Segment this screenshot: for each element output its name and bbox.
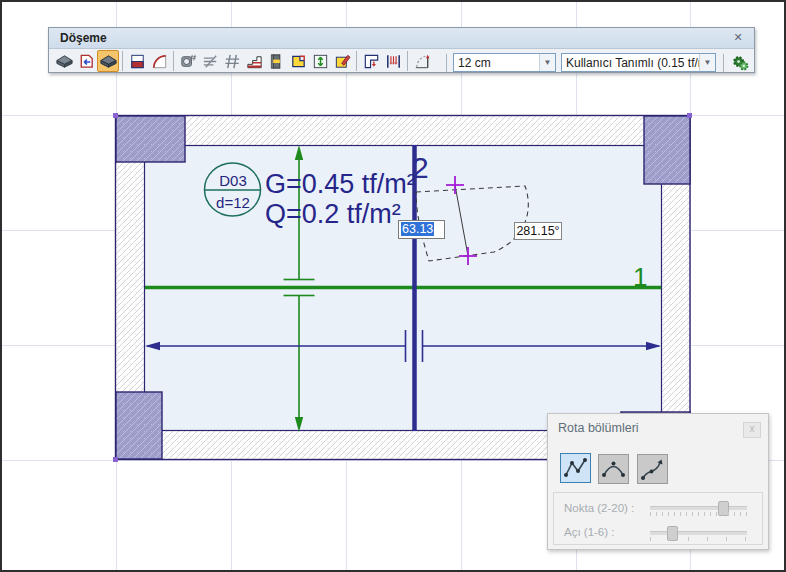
angle-input[interactable]: 63.13	[398, 220, 445, 239]
column-top-left[interactable]	[116, 116, 185, 162]
toolbar-separator	[723, 54, 724, 72]
arc-mode-button[interactable]	[598, 454, 629, 484]
points-slider[interactable]	[650, 506, 747, 510]
slab-corner-load-icon[interactable]	[360, 50, 382, 72]
slab-load-distribution-icon[interactable]	[382, 50, 404, 72]
dead-load-text: G=0.45 tf/m²	[265, 169, 416, 199]
arc-icon	[600, 456, 627, 482]
column-bottom-left[interactable]	[116, 392, 162, 459]
polyline-mode-button[interactable]	[560, 453, 591, 483]
angle-slider-ticks	[650, 537, 747, 541]
slab-steps-icon[interactable]	[243, 50, 265, 72]
slab-polygon-edit-icon[interactable]	[287, 50, 309, 72]
panel-close-button[interactable]: x	[743, 422, 761, 438]
toolbar-titlebar[interactable]: Döşeme ✕	[49, 28, 754, 49]
curve-mode-button[interactable]	[637, 454, 668, 484]
slab-draw-icon[interactable]	[97, 50, 119, 72]
live-load-text: Q=0.2 tf/m²	[265, 199, 401, 229]
slab-drop-panel-icon[interactable]	[265, 50, 287, 72]
panel-title: Rota bölümleri	[558, 421, 639, 435]
slab-opening-icon[interactable]	[177, 50, 199, 72]
slab-hatch-icon[interactable]	[221, 50, 243, 72]
slab-stretch-icon[interactable]	[309, 50, 331, 72]
angle-slider-label: Açı (1-6) :	[564, 526, 614, 538]
slab-toolbar-window: Döşeme ✕	[48, 27, 755, 73]
slab-load-combo-value: Kullanıcı Tanımlı (0.15 tf/m²	[562, 56, 699, 70]
slab-thickness-combo-value: 12 cm	[454, 56, 539, 70]
slab-icon[interactable]	[53, 50, 75, 72]
curve-icon	[639, 456, 666, 482]
route-sections-panel: Rota bölümleri x Nokta (2-20)	[547, 413, 769, 550]
toolbar-title: Döşeme	[60, 31, 107, 45]
angle-slider[interactable]	[650, 531, 747, 535]
slab-id-text: D03	[219, 172, 247, 189]
angle-readout: 281.15°	[514, 222, 562, 240]
chevron-down-icon[interactable]: ▼	[539, 54, 555, 71]
toolbar-separator	[173, 51, 174, 71]
slab-thickness-combo[interactable]: 12 cm ▼	[453, 53, 556, 72]
points-slider-label: Nokta (2-20) :	[564, 502, 634, 514]
toolbar-separator	[122, 51, 123, 71]
slab-arc-edge-icon[interactable]	[148, 50, 170, 72]
toolbar-separator	[356, 51, 357, 71]
slab-section-icon[interactable]	[126, 50, 148, 72]
slab-modify-icon[interactable]	[331, 50, 353, 72]
toolbar-close-button[interactable]: ✕	[731, 30, 745, 44]
settings-gears-icon[interactable]	[730, 53, 751, 73]
slab-slope-icon[interactable]	[199, 50, 221, 72]
toolbar-separator	[446, 54, 447, 72]
slab-angle-measure-icon[interactable]	[411, 50, 433, 72]
slab-load-combo[interactable]: Kullanıcı Tanımlı (0.15 tf/m² ▼	[561, 53, 716, 72]
column-top-right[interactable]	[644, 116, 690, 184]
toolbar-separator	[407, 51, 408, 71]
slab-boundary-edit-icon[interactable]	[75, 50, 97, 72]
polyline-icon	[562, 455, 589, 481]
app-window: 1 2 D03 d=12 G=0.45 tf/m²	[0, 0, 786, 572]
axis-1-label: 1	[633, 262, 647, 292]
chevron-down-icon[interactable]: ▼	[699, 54, 715, 71]
slab-thickness-text: d=12	[216, 194, 250, 211]
points-slider-ticks	[650, 512, 747, 516]
slider-group-box: Nokta (2-20) : Açı (1-6) :	[553, 492, 763, 545]
angle-input-value: 63.13	[401, 222, 434, 236]
